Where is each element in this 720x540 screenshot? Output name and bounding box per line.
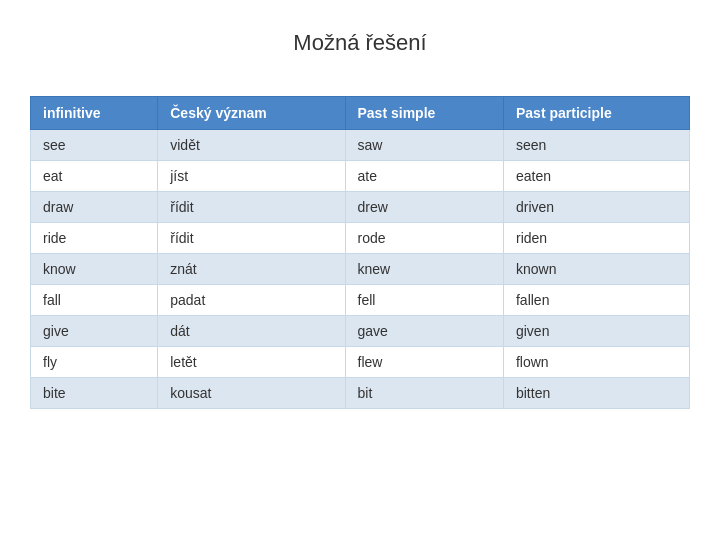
table-cell-0-3: seen xyxy=(503,130,689,161)
column-header-0: infinitive xyxy=(31,97,158,130)
table-cell-8-0: bite xyxy=(31,378,158,409)
table-cell-6-1: dát xyxy=(158,316,345,347)
table-cell-7-1: letět xyxy=(158,347,345,378)
table-cell-3-0: ride xyxy=(31,223,158,254)
table-row: drawříditdrewdriven xyxy=(31,192,690,223)
table-cell-0-1: vidět xyxy=(158,130,345,161)
table-cell-8-1: kousat xyxy=(158,378,345,409)
table-cell-1-0: eat xyxy=(31,161,158,192)
table-cell-2-3: driven xyxy=(503,192,689,223)
table-cell-7-3: flown xyxy=(503,347,689,378)
table-cell-2-2: drew xyxy=(345,192,503,223)
column-header-3: Past participle xyxy=(503,97,689,130)
table-row: eatjístateeaten xyxy=(31,161,690,192)
table-cell-5-3: fallen xyxy=(503,285,689,316)
table-row: givedátgavegiven xyxy=(31,316,690,347)
table-cell-6-3: given xyxy=(503,316,689,347)
table-row: seevidětsawseen xyxy=(31,130,690,161)
table-cell-5-2: fell xyxy=(345,285,503,316)
table-cell-1-1: jíst xyxy=(158,161,345,192)
table-cell-8-2: bit xyxy=(345,378,503,409)
table-cell-2-1: řídit xyxy=(158,192,345,223)
table-cell-3-2: rode xyxy=(345,223,503,254)
table-cell-2-0: draw xyxy=(31,192,158,223)
column-header-2: Past simple xyxy=(345,97,503,130)
table-cell-0-2: saw xyxy=(345,130,503,161)
table-cell-6-2: gave xyxy=(345,316,503,347)
table-cell-3-3: riden xyxy=(503,223,689,254)
table-cell-7-0: fly xyxy=(31,347,158,378)
table-cell-8-3: bitten xyxy=(503,378,689,409)
table-cell-5-0: fall xyxy=(31,285,158,316)
verb-table: infinitiveČeský významPast simplePast pa… xyxy=(30,96,690,409)
table-cell-4-1: znát xyxy=(158,254,345,285)
table-cell-5-1: padat xyxy=(158,285,345,316)
table-cell-4-3: known xyxy=(503,254,689,285)
table-row: bitekousatbitbitten xyxy=(31,378,690,409)
table-cell-1-2: ate xyxy=(345,161,503,192)
table-cell-7-2: flew xyxy=(345,347,503,378)
table-cell-4-0: know xyxy=(31,254,158,285)
table-body: seevidětsawseeneatjístateeatendrawříditd… xyxy=(31,130,690,409)
table-row: knowznátknewknown xyxy=(31,254,690,285)
table-row: flyletětflewflown xyxy=(31,347,690,378)
table-cell-0-0: see xyxy=(31,130,158,161)
column-header-1: Český význam xyxy=(158,97,345,130)
table-cell-4-2: knew xyxy=(345,254,503,285)
table-cell-3-1: řídit xyxy=(158,223,345,254)
table-cell-1-3: eaten xyxy=(503,161,689,192)
table-cell-6-0: give xyxy=(31,316,158,347)
table-header: infinitiveČeský významPast simplePast pa… xyxy=(31,97,690,130)
table-row: fallpadatfellfallen xyxy=(31,285,690,316)
table-row: rideříditroderiden xyxy=(31,223,690,254)
page-title: Možná řešení xyxy=(293,30,426,56)
